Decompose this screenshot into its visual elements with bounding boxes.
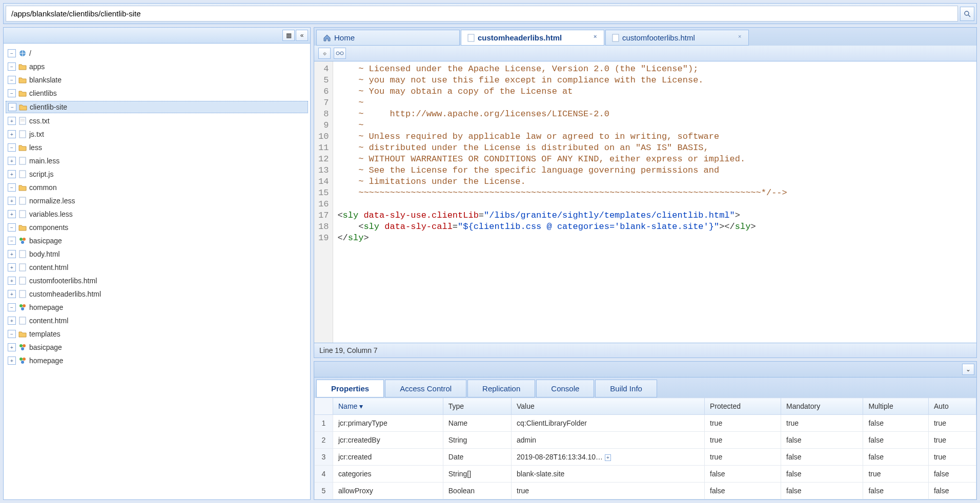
collapse-icon[interactable]: −: [8, 76, 16, 84]
table-row[interactable]: 1 jcr:primaryType Name cq:ClientLibraryF…: [315, 415, 976, 432]
expand-icon[interactable]: +: [8, 250, 16, 258]
expand-icon[interactable]: +: [8, 117, 16, 125]
col-name[interactable]: Name ▾: [333, 398, 443, 415]
tab-home[interactable]: Home: [316, 30, 460, 46]
expand-icon[interactable]: +: [8, 157, 16, 165]
expand-icon[interactable]: +: [8, 317, 16, 325]
tree-apps[interactable]: −apps: [6, 61, 308, 72]
tab-customfooterlibs[interactable]: customfooterlibs.html×: [605, 30, 749, 46]
svg-rect-16: [19, 277, 26, 284]
tree-body-html[interactable]: +body.html: [6, 248, 308, 260]
tree-customfooterlibs[interactable]: +customfooterlibs.html: [6, 275, 308, 286]
collapse-icon[interactable]: −: [8, 330, 16, 338]
expand-icon[interactable]: +: [8, 290, 16, 298]
col-auto[interactable]: Auto: [928, 398, 976, 415]
row-number: 1: [315, 415, 333, 432]
tab-console[interactable]: Console: [536, 380, 594, 397]
expand-icon[interactable]: +: [8, 343, 16, 351]
expand-panel-button[interactable]: ⌄: [962, 364, 974, 375]
tree-homepage[interactable]: −homepage: [6, 302, 308, 313]
close-icon[interactable]: ×: [738, 33, 745, 40]
col-multiple[interactable]: Multiple: [863, 398, 928, 415]
expand-icon[interactable]: +: [8, 130, 16, 138]
collapse-icon[interactable]: −: [8, 183, 16, 192]
home-icon: [323, 34, 331, 42]
tab-replication[interactable]: Replication: [467, 380, 535, 397]
svg-point-23: [23, 344, 26, 347]
tree-variables-less[interactable]: +variables.less: [6, 208, 308, 220]
tree-basicpage[interactable]: −basicpage: [6, 235, 308, 246]
collapse-icon[interactable]: −: [8, 89, 16, 97]
address-bar: [3, 3, 977, 24]
tree-less[interactable]: −less: [6, 142, 308, 153]
tree-main-less[interactable]: +main.less: [6, 155, 308, 166]
tree-clientlibs[interactable]: −clientlibs: [6, 88, 308, 99]
tree-templates[interactable]: −templates: [6, 328, 308, 340]
cell-type: Boolean: [443, 483, 511, 499]
expand-icon[interactable]: +: [8, 357, 16, 365]
tree-common[interactable]: −common: [6, 182, 308, 193]
code-area[interactable]: ~ Licensed under the Apache License, Ver…: [333, 61, 976, 343]
tree-tools-button[interactable]: ▦: [282, 30, 295, 41]
tree-content-html2[interactable]: +content.html: [6, 315, 308, 326]
expand-icon[interactable]: +: [8, 170, 16, 178]
table-row[interactable]: 3 jcr:created Date 2019-08-28T16:13:34.1…: [315, 449, 976, 466]
collapse-icon[interactable]: −: [8, 49, 16, 57]
table-row[interactable]: 4 categories String[] blank-slate.site f…: [315, 466, 976, 483]
table-row[interactable]: 5 allowProxy Boolean true false false fa…: [315, 483, 976, 499]
cell-auto: true: [928, 432, 976, 449]
table-row[interactable]: 2 jcr:createdBy String admin true false …: [315, 432, 976, 449]
col-type[interactable]: Type: [443, 398, 511, 415]
tree-homepage2[interactable]: +homepage: [6, 355, 308, 366]
search-button[interactable]: [960, 7, 974, 21]
tree-customheaderlibs[interactable]: +customheaderlibs.html: [6, 288, 308, 300]
tree-js-txt[interactable]: +js.txt: [6, 129, 308, 140]
format-button[interactable]: ⟐: [318, 48, 331, 59]
folder-icon: [18, 89, 27, 97]
tree-normalize-less[interactable]: +normalize.less: [6, 195, 308, 206]
collapse-icon[interactable]: −: [8, 303, 16, 311]
tab-customheaderlibs[interactable]: customheaderlibs.html×: [461, 30, 604, 46]
close-icon[interactable]: ×: [594, 33, 601, 40]
svg-rect-15: [19, 264, 26, 271]
find-button[interactable]: [334, 48, 346, 59]
tab-properties[interactable]: Properties: [316, 380, 384, 397]
search-icon: [964, 10, 971, 17]
tree-components[interactable]: −components: [6, 222, 308, 233]
expand-icon[interactable]: +: [8, 197, 16, 205]
tree-root[interactable]: −/: [6, 48, 308, 59]
path-input[interactable]: [6, 6, 958, 22]
expand-icon[interactable]: +: [605, 454, 611, 461]
code-editor[interactable]: 45678910111213141516171819 ~ Licensed un…: [314, 61, 977, 343]
tree-basicpage2[interactable]: +basicpage: [6, 342, 308, 353]
col-value[interactable]: Value: [512, 398, 705, 415]
cell-protected: true: [705, 432, 781, 449]
tab-build-info[interactable]: Build Info: [595, 380, 657, 397]
expand-icon[interactable]: +: [8, 277, 16, 285]
tree-clientlib-site[interactable]: −clientlib-site: [6, 101, 308, 113]
cell-mandatory: false: [781, 432, 863, 449]
collapse-icon[interactable]: −: [8, 237, 16, 245]
split-bar[interactable]: ⌄: [314, 361, 977, 378]
col-protected[interactable]: Protected: [705, 398, 781, 415]
tree-content-html[interactable]: +content.html: [6, 262, 308, 273]
svg-rect-9: [19, 197, 26, 204]
tree-script-js[interactable]: +script.js: [6, 169, 308, 180]
tree-blankslate[interactable]: −blankslate: [6, 74, 308, 86]
file-icon: [18, 130, 27, 138]
collapse-icon[interactable]: −: [8, 62, 16, 71]
tree-css-txt[interactable]: +css.txt: [6, 115, 308, 127]
expand-icon[interactable]: +: [8, 210, 16, 218]
collapse-icon[interactable]: −: [8, 143, 16, 152]
collapse-icon[interactable]: −: [8, 223, 16, 232]
svg-point-31: [340, 52, 343, 55]
collapse-icon[interactable]: −: [8, 103, 16, 111]
col-rownum[interactable]: [315, 398, 333, 415]
svg-point-11: [19, 238, 23, 241]
expand-icon[interactable]: +: [8, 263, 16, 271]
sort-desc-icon: ▾: [359, 402, 363, 410]
collapse-panel-button[interactable]: «: [296, 30, 308, 41]
tab-access-control[interactable]: Access Control: [385, 380, 466, 397]
col-mandatory[interactable]: Mandatory: [781, 398, 863, 415]
chevron-left-icon: «: [300, 32, 304, 39]
